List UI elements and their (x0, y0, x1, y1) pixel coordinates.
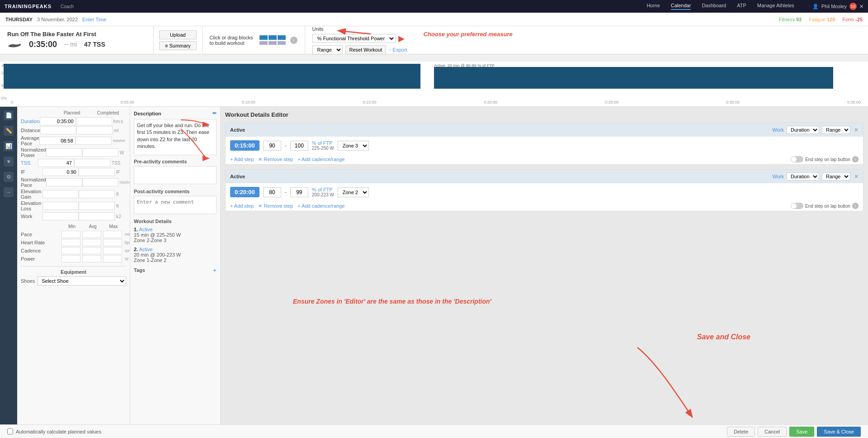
elev-loss-planned-input[interactable] (42, 202, 79, 210)
step-2-toggle-switch[interactable] (791, 203, 803, 209)
shoes-select[interactable]: Select Shoe (38, 276, 126, 286)
norm-power-planned-input[interactable] (46, 148, 82, 157)
info-icon[interactable]: i (290, 37, 297, 44)
work-planned-input[interactable] (42, 212, 79, 220)
sidebar-icon-settings[interactable]: ⚙ (4, 172, 14, 182)
step-1-add-step[interactable]: + Add step (230, 157, 254, 162)
sidebar-icon-edit[interactable]: ✏️ (4, 126, 14, 136)
step-1-zone-select[interactable]: Zone 3 Zone 1 Zone 2 Zone 4 Zone 5 (338, 141, 369, 151)
power-min-input[interactable] (61, 255, 80, 262)
post-activity-input[interactable] (134, 196, 217, 214)
save-close-button[interactable]: Save & Close (817, 427, 861, 437)
pace-min-input[interactable] (61, 231, 80, 238)
step-1-duration-select[interactable]: Duration (787, 126, 819, 134)
detail-info-1a: 15 min @ 225-250 W (134, 232, 217, 238)
nav-dashboard[interactable]: Dashboard (702, 3, 726, 10)
step-2-add-step[interactable]: + Add step (230, 203, 254, 209)
distance-planned-input[interactable] (40, 126, 76, 134)
power-avg-input[interactable] (82, 255, 101, 262)
description-edit-icon[interactable]: ✏ (212, 110, 217, 116)
nav-manage[interactable]: Manage Athletes (757, 3, 794, 10)
step-2-remove-step[interactable]: ✕ Remove step (258, 203, 293, 209)
step-2-add-cadence[interactable]: + Add cadence/range (297, 203, 344, 209)
red-arrow-indicator: ▶ (398, 33, 405, 43)
hr-min-input[interactable] (61, 239, 80, 246)
close-icon[interactable]: ✕ (859, 4, 863, 10)
nav-home[interactable]: Home (646, 3, 660, 10)
elev-gain-planned-input[interactable] (42, 190, 79, 198)
blocks-preview[interactable] (259, 35, 286, 45)
block-item[interactable] (259, 35, 268, 40)
step-1-close-icon[interactable]: ✕ (854, 127, 859, 133)
sidebar-icon-doc[interactable]: 📄 (4, 110, 14, 120)
step-1-add-cadence[interactable]: + Add cadence/range (297, 157, 344, 162)
step-2-duration-select[interactable]: Duration (787, 172, 819, 181)
duration-planned-input[interactable] (40, 117, 76, 125)
range-select[interactable]: Range (312, 45, 343, 54)
sidebar-icon-arrow[interactable]: → (4, 187, 14, 197)
step-2-intensity-low[interactable] (263, 187, 281, 197)
delete-button[interactable]: Delete (727, 427, 755, 437)
upload-button[interactable]: Upload (159, 30, 197, 39)
pace-max-input[interactable] (103, 231, 122, 238)
if-planned-input[interactable] (42, 168, 79, 176)
norm-power-completed-input[interactable] (82, 148, 118, 157)
summary-button[interactable]: ≡ Summary (159, 41, 197, 50)
block-item[interactable] (269, 35, 277, 40)
reset-button[interactable]: Reset Workout (345, 45, 387, 54)
pre-activity-input[interactable] (134, 166, 217, 184)
detail-info-2b: Zone 1-Zone 2 (134, 257, 217, 263)
pace-avg-input[interactable] (82, 231, 101, 238)
add-tag-button[interactable]: + (213, 267, 217, 274)
save-button[interactable]: Save (789, 427, 814, 437)
step-2-zone-select[interactable]: Zone 2 Zone 1 Zone 3 Zone 4 Zone 5 (338, 187, 369, 197)
step-2-close-icon[interactable]: ✕ (854, 173, 859, 180)
avg-pace-planned-input[interactable] (39, 137, 75, 145)
if-completed-input[interactable] (79, 168, 115, 176)
step-1-time[interactable]: 0:15:00 (230, 140, 259, 151)
avg-pace-completed-input[interactable] (75, 137, 112, 145)
hr-avg-input[interactable] (82, 239, 101, 246)
work-completed-input[interactable] (79, 212, 115, 220)
step-1-range-select[interactable]: Range (822, 126, 850, 134)
user-name[interactable]: Phil Mosley (821, 4, 847, 9)
step-2-range-select[interactable]: Range (822, 172, 850, 181)
block-item[interactable] (278, 35, 286, 40)
export-button[interactable]: ↑ Export (389, 47, 407, 52)
power-max-input[interactable] (103, 255, 122, 262)
norm-pace-completed-input[interactable] (82, 178, 118, 186)
step-1-toggle-switch[interactable] (791, 156, 803, 162)
norm-pace-planned-input[interactable] (46, 178, 82, 186)
norm-pace-unit: min/mi (120, 180, 130, 185)
tss-planned-input[interactable] (38, 159, 74, 167)
distance-completed-input[interactable] (76, 126, 113, 134)
user-avatar: 👤 (812, 4, 819, 10)
nav-calendar[interactable]: Calendar (671, 3, 691, 10)
cadence-avg-input[interactable] (82, 247, 101, 254)
x-5: 0:05:00 (121, 100, 134, 105)
block-item-light[interactable] (269, 41, 277, 45)
elev-gain-row: Elevation Gain ft (21, 189, 126, 200)
elev-gain-completed-input[interactable] (79, 190, 115, 198)
step-1-intensity-low[interactable] (263, 141, 281, 151)
block-item-light[interactable] (259, 41, 268, 45)
duration-completed-input[interactable] (76, 117, 112, 125)
step-2-time[interactable]: 0:20:00 (230, 187, 259, 197)
auto-calc-checkbox[interactable] (7, 428, 13, 434)
block-item-light[interactable] (278, 41, 286, 45)
cancel-button[interactable]: Cancel (758, 427, 787, 437)
tss-completed-input[interactable] (74, 159, 110, 167)
sidebar-icon-heart[interactable]: ♥ (4, 157, 14, 167)
enter-time-link[interactable]: Enter Time (82, 17, 106, 22)
units-select[interactable]: % Functional Threshold Power (312, 34, 396, 43)
elev-loss-completed-input[interactable] (79, 202, 115, 210)
nav-atp[interactable]: ATP (737, 3, 746, 10)
step-1-intensity-high[interactable] (290, 141, 308, 151)
cadence-min-input[interactable] (61, 247, 80, 254)
step-2-intensity-high[interactable] (290, 187, 308, 197)
cadence-max-input[interactable] (103, 247, 122, 254)
sidebar-icon-chart[interactable]: 📊 (4, 141, 14, 151)
hr-max-input[interactable] (103, 239, 122, 246)
nav-links: Home Calendar Dashboard ATP Manage Athle… (646, 3, 794, 10)
step-1-remove-step[interactable]: ✕ Remove step (258, 157, 293, 162)
